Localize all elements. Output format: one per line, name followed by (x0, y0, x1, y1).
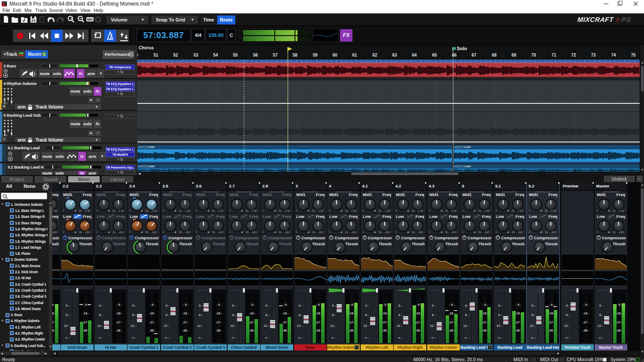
svg-text:Low: Low (130, 214, 138, 219)
svg-text:450: 450 (185, 231, 190, 234)
svg-text:Thresh: Thresh (79, 242, 92, 246)
svg-text:Compressor: Compressor (501, 235, 525, 240)
svg-text:Mid1: Mid1 (230, 192, 239, 197)
svg-text:Freq: Freq (449, 192, 458, 197)
svg-text:2.5k: 2.5k (484, 209, 490, 212)
svg-text:Mid1: Mid1 (529, 192, 538, 197)
svg-text:.2k: .2k (344, 209, 348, 212)
svg-text:450: 450 (252, 231, 257, 234)
svg-text:Thresh: Thresh (379, 242, 392, 246)
svg-text:Freq: Freq (415, 214, 424, 219)
svg-text:450: 450 (418, 231, 423, 234)
svg-text:Mid1: Mid1 (130, 192, 139, 197)
svg-text:2.5k: 2.5k (418, 209, 423, 212)
svg-text:Freq: Freq (82, 192, 91, 197)
svg-text:Freq: Freq (548, 192, 557, 197)
svg-text:Freq: Freq (382, 214, 391, 219)
svg-text:450: 450 (619, 231, 624, 234)
svg-text:30: 30 (379, 231, 382, 234)
svg-text:.2k: .2k (612, 209, 616, 212)
svg-text:450: 450 (551, 231, 556, 234)
svg-text:MIDI: MIDI (87, 18, 93, 21)
svg-text:450: 450 (52, 231, 57, 234)
svg-text:.2k: .2k (311, 209, 315, 212)
svg-text:Freq: Freq (382, 192, 391, 197)
svg-text:Freq: Freq (52, 214, 58, 219)
svg-text:2.5k: 2.5k (619, 209, 624, 212)
svg-text:Low: Low (363, 214, 371, 219)
svg-text:+: + (70, 17, 72, 21)
svg-text:Freq: Freq (449, 214, 458, 219)
svg-text:.2k: .2k (245, 209, 249, 212)
svg-text:30: 30 (613, 231, 616, 234)
svg-text:450: 450 (485, 231, 489, 234)
svg-text:450: 450 (452, 231, 456, 234)
svg-text:Mid1: Mid1 (329, 192, 339, 197)
svg-text:.2k: .2k (411, 209, 415, 212)
svg-text:30: 30 (79, 231, 82, 234)
svg-text:30: 30 (412, 231, 415, 234)
svg-text:Mid1: Mid1 (63, 192, 73, 197)
svg-text:Thresh: Thresh (345, 242, 358, 246)
svg-text:30: 30 (279, 231, 282, 234)
svg-text:30: 30 (512, 231, 515, 234)
svg-text:Thresh: Thresh (613, 242, 626, 246)
svg-text:Thresh: Thresh (445, 242, 458, 246)
svg-text:450: 450 (352, 231, 356, 234)
svg-text:Compressor: Compressor (168, 235, 192, 240)
svg-text:450: 450 (219, 231, 223, 234)
svg-text:Freq: Freq (282, 192, 291, 197)
svg-text:30: 30 (312, 231, 316, 234)
svg-text:Thresh: Thresh (212, 242, 225, 246)
svg-text:Freq: Freq (616, 192, 625, 197)
svg-text:Compressor: Compressor (401, 235, 425, 240)
svg-text:Thresh: Thresh (279, 242, 292, 246)
svg-text:2.5k: 2.5k (118, 209, 124, 212)
svg-text:Freq: Freq (216, 192, 225, 197)
svg-text:.2k: .2k (112, 209, 115, 212)
svg-text:Compressor: Compressor (235, 235, 259, 240)
svg-text:30: 30 (146, 231, 149, 234)
svg-text:Freq: Freq (316, 192, 325, 197)
svg-text:.2k: .2k (278, 209, 282, 212)
svg-text:450: 450 (119, 231, 124, 234)
svg-text:Mid1: Mid1 (597, 192, 606, 197)
svg-text:Mid1: Mid1 (396, 192, 405, 197)
svg-text:Compressor: Compressor (102, 235, 126, 240)
svg-text:30: 30 (545, 231, 548, 234)
svg-text:Low: Low (263, 214, 271, 219)
svg-text:30: 30 (445, 231, 449, 234)
svg-text:450: 450 (319, 231, 323, 234)
svg-text:Thresh: Thresh (412, 242, 425, 246)
svg-text:30: 30 (212, 231, 216, 234)
svg-text:2.5k: 2.5k (285, 209, 290, 212)
svg-text:Mid1: Mid1 (163, 192, 173, 197)
svg-text:Freq: Freq (316, 214, 325, 219)
svg-text:Thresh: Thresh (179, 242, 192, 246)
svg-text:Compressor: Compressor (468, 235, 492, 240)
svg-text:2.5k: 2.5k (518, 209, 523, 212)
svg-text:Low: Low (396, 214, 404, 219)
svg-text:Low: Low (97, 214, 105, 219)
svg-text:Thresh: Thresh (478, 242, 491, 246)
svg-text:Freq: Freq (149, 192, 158, 197)
svg-text:Freq: Freq (349, 192, 358, 197)
svg-text:2.5k: 2.5k (451, 209, 457, 212)
svg-text:Low: Low (462, 214, 471, 219)
svg-text:30: 30 (112, 231, 116, 234)
svg-text:Freq: Freq (82, 214, 91, 219)
svg-text:Compressor: Compressor (434, 235, 459, 240)
svg-text:Low: Low (163, 214, 172, 219)
svg-text:Freq: Freq (548, 214, 557, 219)
svg-text:Thresh: Thresh (512, 242, 525, 246)
svg-text:Freq: Freq (282, 214, 291, 219)
svg-text:Freq: Freq (482, 214, 491, 219)
svg-text:2.5k: 2.5k (85, 209, 91, 212)
svg-text:Mid1: Mid1 (263, 192, 272, 197)
svg-text:.2k: .2k (544, 209, 548, 212)
svg-text:Freq: Freq (415, 192, 424, 197)
svg-text:Thresh: Thresh (545, 242, 558, 246)
svg-text:Compressor: Compressor (534, 235, 558, 240)
svg-text:2.5k: 2.5k (185, 209, 191, 212)
svg-text:Freq: Freq (616, 214, 625, 219)
